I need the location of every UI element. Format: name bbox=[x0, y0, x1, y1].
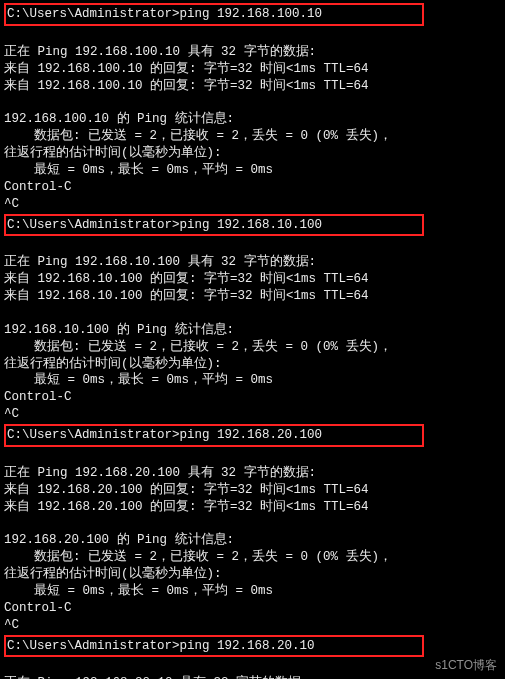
output-line bbox=[4, 94, 501, 111]
output-line: 往返行程的估计时间(以毫秒为单位): bbox=[4, 566, 501, 583]
output-line bbox=[4, 658, 501, 675]
output-line: 往返行程的估计时间(以毫秒为单位): bbox=[4, 145, 501, 162]
output-line: 来自 192.168.20.100 的回复: 字节=32 时间<1ms TTL=… bbox=[4, 482, 501, 499]
command-prompt-line: C:\Users\Administrator>ping 192.168.20.1… bbox=[4, 635, 424, 658]
command-prompt-line: C:\Users\Administrator>ping 192.168.10.1… bbox=[4, 214, 424, 237]
output-line: 来自 192.168.10.100 的回复: 字节=32 时间<1ms TTL=… bbox=[4, 271, 501, 288]
output-line: 192.168.100.10 的 Ping 统计信息: bbox=[4, 111, 501, 128]
output-line: 往返行程的估计时间(以毫秒为单位): bbox=[4, 356, 501, 373]
output-line: 数据包: 已发送 = 2，已接收 = 2，丢失 = 0 (0% 丢失)， bbox=[4, 128, 501, 145]
output-line bbox=[4, 237, 501, 254]
output-line bbox=[4, 27, 501, 44]
output-line: 来自 192.168.100.10 的回复: 字节=32 时间<1ms TTL=… bbox=[4, 78, 501, 95]
output-line: ^C bbox=[4, 196, 501, 213]
output-line: 最短 = 0ms，最长 = 0ms，平均 = 0ms bbox=[4, 583, 501, 600]
terminal-output[interactable]: C:\Users\Administrator>ping 192.168.100.… bbox=[4, 3, 501, 679]
output-line: 正在 Ping 192.168.20.10 具有 32 字节的数据: bbox=[4, 675, 501, 679]
output-line: 数据包: 已发送 = 2，已接收 = 2，丢失 = 0 (0% 丢失)， bbox=[4, 339, 501, 356]
output-line: 来自 192.168.20.100 的回复: 字节=32 时间<1ms TTL=… bbox=[4, 499, 501, 516]
output-line: 192.168.10.100 的 Ping 统计信息: bbox=[4, 322, 501, 339]
output-line: 来自 192.168.10.100 的回复: 字节=32 时间<1ms TTL=… bbox=[4, 288, 501, 305]
output-line: Control-C bbox=[4, 389, 501, 406]
output-line: 来自 192.168.100.10 的回复: 字节=32 时间<1ms TTL=… bbox=[4, 61, 501, 78]
output-line: 192.168.20.100 的 Ping 统计信息: bbox=[4, 532, 501, 549]
output-line bbox=[4, 515, 501, 532]
output-line bbox=[4, 448, 501, 465]
output-line: ^C bbox=[4, 406, 501, 423]
command-prompt-line: C:\Users\Administrator>ping 192.168.20.1… bbox=[4, 424, 424, 447]
output-line: 最短 = 0ms，最长 = 0ms，平均 = 0ms bbox=[4, 162, 501, 179]
output-line: 最短 = 0ms，最长 = 0ms，平均 = 0ms bbox=[4, 372, 501, 389]
watermark-label: s1CTO博客 bbox=[435, 657, 497, 673]
output-line: 正在 Ping 192.168.20.100 具有 32 字节的数据: bbox=[4, 465, 501, 482]
command-prompt-line: C:\Users\Administrator>ping 192.168.100.… bbox=[4, 3, 424, 26]
output-line: 数据包: 已发送 = 2，已接收 = 2，丢失 = 0 (0% 丢失)， bbox=[4, 549, 501, 566]
output-line: Control-C bbox=[4, 600, 501, 617]
output-line: 正在 Ping 192.168.100.10 具有 32 字节的数据: bbox=[4, 44, 501, 61]
output-line: Control-C bbox=[4, 179, 501, 196]
output-line: 正在 Ping 192.168.10.100 具有 32 字节的数据: bbox=[4, 254, 501, 271]
output-line bbox=[4, 305, 501, 322]
output-line: ^C bbox=[4, 617, 501, 634]
